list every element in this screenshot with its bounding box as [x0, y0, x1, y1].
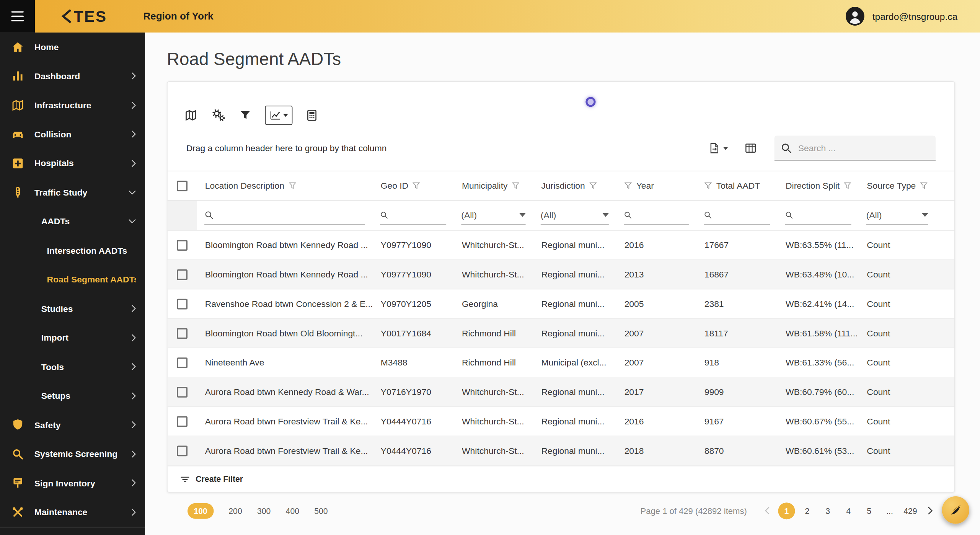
column-filter-icon[interactable] — [920, 182, 928, 189]
sidebar-item-infrastructure[interactable]: Infrastructure — [0, 91, 145, 120]
sidebar-item-traffic-study[interactable]: Traffic Study — [0, 178, 145, 207]
sidebar-item-setups[interactable]: Setups — [0, 381, 145, 410]
column-filter-icon[interactable] — [704, 182, 712, 189]
column-chooser-button[interactable] — [744, 142, 757, 155]
row-checkbox[interactable] — [177, 298, 188, 309]
sidebar-item-road-segment-aadts[interactable]: Road Segment AADTs — [0, 265, 145, 294]
chart-view-dropdown-button[interactable] — [265, 105, 293, 125]
filter-button[interactable] — [239, 109, 252, 121]
table-row[interactable]: Bloomington Road btwn Old Bloomingt... Y… — [168, 319, 954, 348]
cell-geo-id: Y0444Y0716 — [372, 436, 453, 465]
filter-total-aadt-input[interactable] — [716, 209, 770, 220]
column-filter-icon[interactable] — [625, 182, 632, 189]
row-checkbox[interactable] — [177, 240, 188, 250]
cell-source-type: Count — [859, 407, 936, 436]
column-filter-icon[interactable] — [844, 182, 852, 189]
page-number[interactable]: 2 — [799, 502, 815, 519]
column-header-direction-split[interactable]: Direction Split — [778, 171, 859, 200]
menu-toggle-button[interactable] — [0, 0, 35, 33]
filter-location-input[interactable] — [217, 209, 365, 220]
sidebar-item-studies[interactable]: Studies — [0, 294, 145, 323]
sidebar-item-home[interactable]: Home — [0, 33, 145, 62]
column-header-source-type[interactable]: Source Type — [859, 171, 936, 200]
fab-button[interactable] — [942, 496, 969, 524]
row-checkbox[interactable] — [177, 416, 188, 427]
column-header-location-description[interactable]: Location Description — [197, 171, 372, 200]
page-size-option[interactable]: 200 — [228, 506, 242, 515]
cell-geo-id: Y0017Y1684 — [372, 319, 453, 347]
page-number[interactable]: 4 — [840, 502, 857, 519]
table-row[interactable]: Nineteenth Ave M3488 Richmond Hill Munic… — [168, 348, 954, 378]
column-header-geo-id[interactable]: Geo ID — [372, 171, 453, 200]
jurisdiction-filter-select[interactable]: (All) — [541, 206, 609, 225]
page-number[interactable]: 3 — [819, 502, 836, 519]
sidebar-item-maintenance[interactable]: Maintenance — [0, 497, 145, 527]
cell-jurisdiction: Regional muni... — [533, 436, 616, 465]
chevron-right-icon — [131, 479, 136, 487]
filter-year-input[interactable] — [636, 209, 689, 220]
row-checkbox[interactable] — [177, 445, 188, 456]
column-filter-icon[interactable] — [589, 182, 597, 189]
settings-button[interactable] — [211, 108, 226, 122]
collision-icon — [11, 128, 24, 141]
sidebar-item-hospitals[interactable]: Hospitals — [0, 149, 145, 178]
table-row[interactable]: Bloomington Road btwn Kennedy Road ... Y… — [168, 231, 954, 260]
column-header-municipality[interactable]: Municipality — [454, 171, 533, 200]
grid-search-input[interactable] — [797, 142, 925, 153]
sidebar-item-collision[interactable]: Collision — [0, 120, 145, 149]
sidebar-item-systemic-screening[interactable]: Systemic Screening — [0, 439, 145, 468]
page-number[interactable]: 5 — [861, 502, 877, 519]
column-filter-icon[interactable] — [413, 182, 421, 189]
row-checkbox[interactable] — [177, 328, 188, 339]
cell-direction-split: WB:61.33% (56... — [778, 348, 859, 377]
cell-municipality: Whitchurch-St... — [454, 378, 533, 406]
next-page-button[interactable] — [923, 502, 938, 519]
column-header-total-aadt[interactable]: Total AADT — [696, 171, 777, 200]
table-row[interactable]: Aurora Road btwn Kennedy Road & War... Y… — [168, 378, 954, 407]
filter-geo-id-input[interactable] — [392, 209, 446, 220]
column-filter-icon[interactable] — [289, 182, 296, 189]
page-size-option[interactable]: 100 — [188, 503, 214, 519]
grid-search-box[interactable] — [775, 135, 936, 160]
select-all-checkbox[interactable] — [177, 180, 188, 191]
cell-direction-split: WB:63.55% (11... — [778, 231, 859, 259]
sidebar-item-intersection-aadts[interactable]: Intersection AADTs — [0, 236, 145, 265]
sidebar-item-sign-inventory[interactable]: Sign Inventory — [0, 468, 145, 497]
calculator-button[interactable] — [306, 108, 318, 121]
table-row[interactable]: Aurora Road btwn Forestview Trail & Ke..… — [168, 407, 954, 436]
table-row[interactable]: Aurora Road btwn Forestview Trail & Ke..… — [168, 436, 954, 466]
sidebar-item-import[interactable]: Import — [0, 323, 145, 352]
column-filter-icon[interactable] — [512, 182, 520, 189]
page-number[interactable]: 429 — [902, 502, 919, 519]
table-row[interactable]: Bloomington Road btwn Kennedy Road ... Y… — [168, 260, 954, 289]
column-header-year[interactable]: Year — [616, 171, 696, 200]
row-checkbox[interactable] — [177, 357, 188, 368]
user-avatar[interactable] — [846, 7, 864, 26]
page-size-option[interactable]: 300 — [257, 506, 271, 515]
chevron-down-icon — [602, 213, 608, 217]
sidebar-item-tools[interactable]: Tools — [0, 352, 145, 381]
page-size-option[interactable]: 500 — [314, 506, 328, 515]
municipality-filter-select[interactable]: (All) — [461, 206, 525, 225]
sidebar-item-aadts[interactable]: AADTs — [0, 207, 145, 236]
cell-location-description: Bloomington Road btwn Kennedy Road ... — [197, 260, 372, 289]
source-type-filter-select[interactable]: (All) — [866, 206, 928, 225]
map-view-button[interactable] — [184, 108, 198, 121]
prev-page-button[interactable] — [759, 502, 774, 519]
cell-direction-split: WB:60.61% (53... — [778, 436, 859, 465]
export-button[interactable] — [708, 142, 728, 155]
page-size-option[interactable]: 400 — [286, 506, 299, 515]
row-checkbox[interactable] — [177, 269, 188, 280]
filter-direction-split-input[interactable] — [797, 209, 851, 220]
column-header-jurisdiction[interactable]: Jurisdiction — [533, 171, 616, 200]
cell-total-aadt: 18117 — [696, 319, 777, 347]
sidebar-item-safety[interactable]: Safety — [0, 410, 145, 439]
table-row[interactable]: Ravenshoe Road btwn Concession 2 & E... … — [168, 289, 954, 319]
sidebar-item-partial[interactable] — [0, 527, 145, 535]
create-filter-button[interactable]: Create Filter — [168, 466, 954, 492]
cell-select — [168, 378, 197, 406]
row-checkbox[interactable] — [177, 387, 188, 397]
sidebar-item-dashboard[interactable]: Dashboard — [0, 62, 145, 91]
search-icon — [704, 210, 712, 220]
page-number[interactable]: 1 — [778, 502, 795, 519]
